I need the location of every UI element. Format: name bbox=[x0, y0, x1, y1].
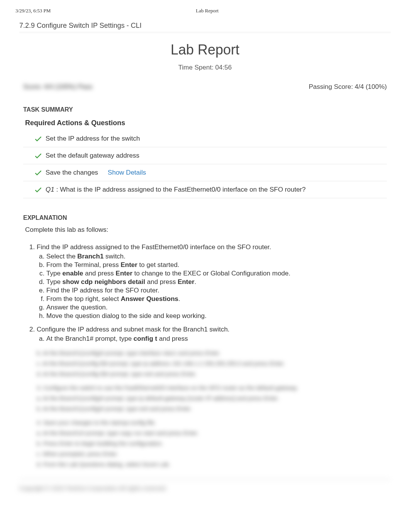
divider bbox=[19, 32, 391, 34]
substep: Answer the question. bbox=[46, 304, 385, 311]
lab-title: 7.2.9 Configure Switch IP Settings - CLI bbox=[19, 22, 395, 30]
task-summary-heading: TASK SUMMARY bbox=[23, 106, 387, 113]
header-spacer bbox=[364, 8, 395, 14]
explanation-intro: Complete this lab as follows: bbox=[25, 226, 385, 234]
substep: Type show cdp neighbors detail and press… bbox=[46, 278, 385, 286]
page-header: 3/29/23, 6:53 PM Lab Report bbox=[15, 8, 395, 14]
score-row: Score: 4/4 (100%) Pass Passing Score: 4/… bbox=[23, 83, 387, 91]
report-heading: Lab Report bbox=[15, 42, 395, 58]
substep: Move the question dialog to the side and… bbox=[46, 312, 385, 320]
step-1: Find the IP address assigned to the Fast… bbox=[37, 243, 385, 320]
task-label: Set the IP address for the switch bbox=[46, 135, 140, 143]
check-icon bbox=[35, 187, 42, 192]
substeps: At the Branch1# prompt, type config t an… bbox=[46, 335, 385, 343]
time-spent: Time Spent: 04:56 bbox=[15, 64, 395, 71]
substep: Type enable and press Enter to change to… bbox=[46, 270, 385, 277]
task-label: Set the default gateway address bbox=[46, 152, 139, 160]
task-row: Save the changes Show Details bbox=[23, 165, 387, 182]
timestamp: 3/29/23, 6:53 PM bbox=[15, 8, 51, 14]
copyright-footer: Copyright © 2023 TestOut Corporation All… bbox=[19, 479, 391, 491]
task-label: Save the changes bbox=[46, 169, 98, 177]
task-row: Set the default gateway address bbox=[23, 148, 387, 165]
required-actions-heading: Required Actions & Questions bbox=[25, 119, 385, 127]
substep: From the Terminal, press Enter to get st… bbox=[46, 261, 385, 269]
check-icon bbox=[35, 170, 42, 175]
step-2: Configure the IP address and subnet mask… bbox=[37, 326, 385, 343]
score-blurred: Score: 4/4 (100%) Pass bbox=[23, 83, 93, 91]
substeps: Select the Branch1 switch. From the Term… bbox=[46, 253, 385, 320]
substep: Select the Branch1 switch. bbox=[46, 253, 385, 260]
show-details-link[interactable]: Show Details bbox=[108, 169, 146, 177]
question-id: Q1 bbox=[46, 186, 54, 194]
blurred-content: b. At the Branch1(config)# prompt, type … bbox=[37, 348, 385, 469]
task-row-question: Q1 : What is the IP address assigned to … bbox=[23, 182, 387, 199]
explanation-heading: EXPLANATION bbox=[23, 214, 387, 221]
doc-title-small: Lab Report bbox=[196, 8, 219, 14]
passing-score: Passing Score: 4/4 (100%) bbox=[309, 83, 387, 91]
substep: Find the IP address for the SFO router. bbox=[46, 287, 385, 294]
question-text: : What is the IP address assigned to the… bbox=[56, 186, 306, 194]
substep: At the Branch1# prompt, type config t an… bbox=[46, 335, 385, 343]
steps-list: Find the IP address assigned to the Fast… bbox=[37, 243, 385, 343]
check-icon bbox=[35, 136, 42, 141]
check-icon bbox=[35, 153, 42, 158]
task-row: Set the IP address for the switch bbox=[23, 131, 387, 148]
substep: From the top right, select Answer Questi… bbox=[46, 295, 385, 303]
